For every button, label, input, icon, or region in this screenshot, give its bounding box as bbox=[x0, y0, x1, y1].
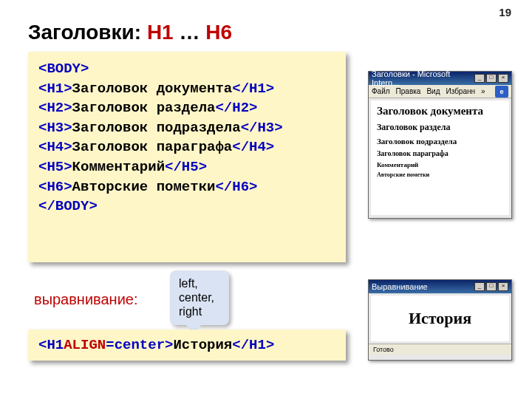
text-h3: Заголовок подраздела bbox=[72, 120, 241, 136]
browser2-content: История bbox=[371, 296, 509, 341]
rendered-h5: Комментарий bbox=[377, 161, 503, 168]
title-h6: H6 bbox=[205, 21, 232, 44]
close-icon[interactable]: × bbox=[498, 74, 508, 83]
align-rest: =center> bbox=[106, 335, 173, 355]
text-h6: Авторские пометки bbox=[72, 179, 216, 195]
browser-preview-align: Выравнивание _ □ × История Готово bbox=[368, 279, 512, 361]
browser1-title: Заголовки - Microsoft Intern... bbox=[372, 69, 474, 87]
tag-h1-close: </H1> bbox=[232, 81, 274, 97]
menu-favorites[interactable]: Избранн bbox=[446, 87, 475, 95]
maximize-icon[interactable]: □ bbox=[486, 74, 497, 83]
tag-h6-close: </H6> bbox=[215, 179, 257, 195]
tag-h3-close: </H3> bbox=[241, 120, 283, 136]
text-h5: Комментарий bbox=[72, 159, 165, 175]
browser2-titlebar: Выравнивание _ □ × bbox=[369, 280, 511, 293]
align-callout: left, center, right bbox=[170, 270, 229, 325]
align-code-block: <H1 ALIGN=center>История</H1> bbox=[28, 330, 346, 361]
browser1-titlebar: Заголовки - Microsoft Intern... _ □ × bbox=[369, 72, 511, 85]
tag-h5-close: </H5> bbox=[165, 159, 207, 175]
menu-more[interactable]: » bbox=[481, 87, 485, 95]
rendered-h3: Заголовок подраздела bbox=[377, 137, 503, 146]
title-prefix: Заголовки: bbox=[28, 21, 147, 44]
minimize-icon[interactable]: _ bbox=[474, 282, 485, 291]
menu-file[interactable]: Файл bbox=[372, 87, 390, 95]
ie-icon: e bbox=[495, 86, 508, 98]
align-open: <H1 bbox=[38, 335, 64, 355]
tag-body-open: <BODY> bbox=[38, 61, 89, 77]
rendered-h2: Заголовок раздела bbox=[377, 122, 503, 133]
close-icon[interactable]: × bbox=[498, 282, 508, 291]
menu-edit[interactable]: Правка bbox=[396, 87, 421, 95]
main-code-block: <BODY> <H1>Заголовок документа</H1> <H2>… bbox=[28, 52, 346, 262]
browser1-content: Заголовок документа Заголовок раздела За… bbox=[371, 100, 509, 215]
align-attr: ALIGN bbox=[64, 335, 106, 355]
align-text: История bbox=[173, 335, 232, 355]
browser-preview-headings: Заголовки - Microsoft Intern... _ □ × Фа… bbox=[368, 71, 512, 219]
maximize-icon[interactable]: □ bbox=[486, 282, 497, 291]
page-number: 19 bbox=[499, 6, 511, 18]
browser2-title: Выравнивание bbox=[372, 282, 428, 291]
title-mid: … bbox=[174, 21, 206, 44]
rendered-h6: Авторские пометки bbox=[377, 171, 503, 178]
browser2-status: Готово bbox=[369, 344, 511, 355]
tag-h3-open: <H3> bbox=[38, 120, 72, 136]
slide-title: Заголовки: H1 … H6 bbox=[28, 21, 232, 44]
rendered-h1: Заголовок документа bbox=[377, 105, 503, 117]
menu-view[interactable]: Вид bbox=[426, 87, 440, 95]
tag-h6-open: <H6> bbox=[38, 179, 72, 195]
rendered-centered-h1: История bbox=[409, 309, 471, 328]
align-label: выравнивание: bbox=[34, 291, 138, 308]
text-h2: Заголовок раздела bbox=[72, 100, 216, 116]
tag-h4-close: </H4> bbox=[232, 139, 274, 155]
tag-h5-open: <H5> bbox=[38, 159, 72, 175]
text-h1: Заголовок документа bbox=[72, 81, 233, 97]
rendered-h4: Заголовок параграфа bbox=[377, 149, 503, 157]
tag-h2-open: <H2> bbox=[38, 100, 72, 116]
tag-body-close: </BODY> bbox=[38, 198, 98, 214]
tag-h2-close: </H2> bbox=[215, 100, 257, 116]
minimize-icon[interactable]: _ bbox=[474, 74, 485, 83]
text-h4: Заголовок параграфа bbox=[72, 139, 233, 155]
tag-h1-open: <H1> bbox=[38, 81, 72, 97]
align-close: </H1> bbox=[232, 335, 274, 355]
tag-h4-open: <H4> bbox=[38, 139, 72, 155]
title-h1: H1 bbox=[147, 21, 174, 44]
